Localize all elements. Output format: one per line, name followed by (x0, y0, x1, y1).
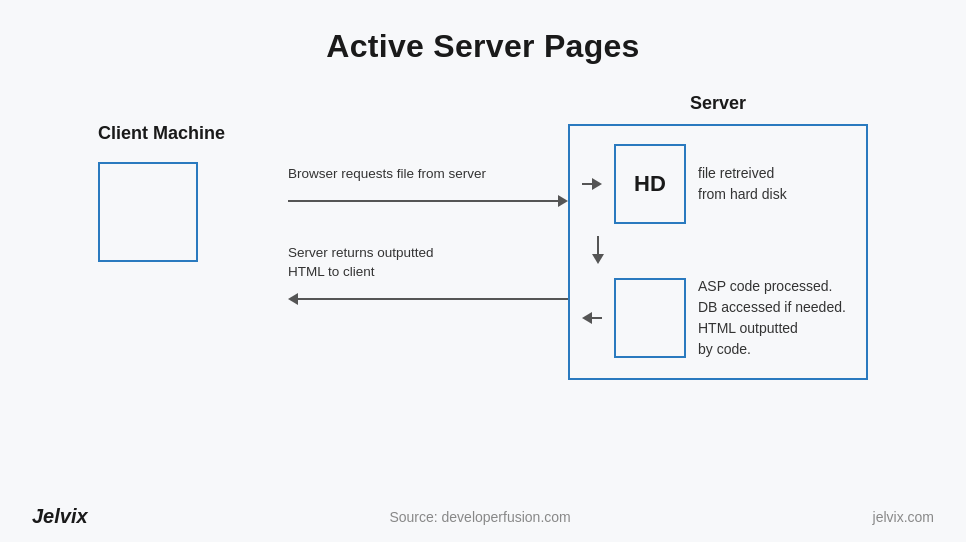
down-arrowhead (592, 254, 604, 264)
arrow2-text: Server returns outputtedHTML to client (288, 244, 568, 282)
brand-label: Jelvix (32, 505, 88, 528)
proc-box (614, 278, 686, 358)
hd-description: file retreivedfrom hard disk (698, 163, 787, 205)
arrows-section: Browser requests file from server Server… (288, 165, 568, 308)
source-label: Source: developerfusion.com (389, 509, 570, 525)
server-label: Server (568, 93, 868, 114)
client-label: Client Machine (98, 123, 288, 144)
arrowhead-left (288, 293, 298, 305)
arrowhead-hd (592, 178, 602, 190)
arrow-block-right: Browser requests file from server (288, 165, 568, 210)
down-arrow-container (582, 236, 848, 264)
proc-description: ASP code processed.DB accessed if needed… (698, 276, 846, 360)
footer: Jelvix Source: developerfusion.com jelvi… (0, 505, 966, 528)
arrow-into-hd (582, 178, 602, 190)
proc-row: ASP code processed.DB accessed if needed… (582, 276, 848, 360)
diagram-container: Client Machine Browser requests file fro… (0, 93, 966, 380)
arrow-right (288, 192, 568, 210)
arrow-line-left (298, 298, 568, 300)
server-box: HD file retreivedfrom hard disk ASP code… (568, 124, 868, 380)
arrow-left (288, 290, 568, 308)
client-section: Client Machine (98, 123, 288, 262)
arrow-block-left: Server returns outputtedHTML to client (288, 240, 568, 308)
arrow1-label: Browser requests file from server (288, 165, 568, 184)
hd-row: HD file retreivedfrom hard disk (582, 144, 848, 224)
down-shaft (597, 236, 599, 254)
client-box (98, 162, 198, 262)
arrowhead-right (558, 195, 568, 207)
arrow-line-right (288, 200, 558, 202)
url-label: jelvix.com (873, 509, 934, 525)
arrow-shaft-hd (582, 183, 592, 185)
arrowhead-proc (582, 312, 592, 324)
arrow-out-proc (582, 312, 602, 324)
page-title: Active Server Pages (0, 0, 966, 65)
arrow-shaft-proc (592, 317, 602, 319)
down-arrow (592, 236, 604, 264)
hd-box: HD (614, 144, 686, 224)
server-section: Server HD file retreivedfrom hard disk (568, 93, 868, 380)
